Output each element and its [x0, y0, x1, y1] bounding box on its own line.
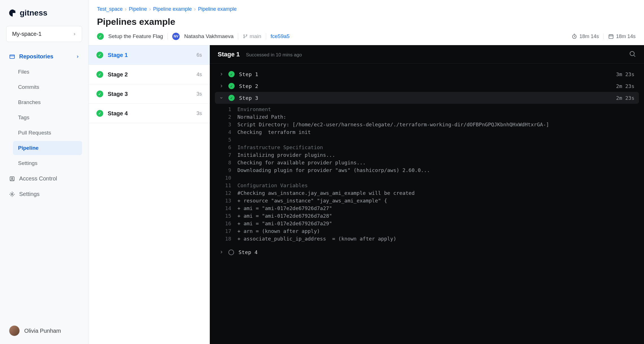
step-row[interactable]: ✓ Step 3 2m 23s — [215, 92, 639, 104]
sidebar-item-files[interactable]: Files — [13, 65, 82, 79]
breadcrumb-item[interactable]: Test_space — [97, 6, 123, 12]
status-success-icon: ✓ — [96, 91, 103, 97]
gear-icon — [9, 191, 15, 197]
svg-point-0 — [14, 10, 15, 12]
log-line: 9Downloading plugin for provider "aws" (… — [215, 166, 639, 174]
status-success-icon: ✓ — [96, 71, 103, 78]
stopwatch-icon — [572, 34, 577, 39]
nav-access-control[interactable]: Access Control — [6, 171, 82, 186]
chevron-right-icon: › — [149, 6, 151, 12]
stage-name: Stage 1 — [108, 52, 128, 58]
status-success-icon: ✓ — [96, 110, 103, 117]
sidebar-item-pipeline[interactable]: Pipeline — [13, 141, 82, 155]
stage-duration: 3s — [197, 111, 202, 116]
chevron-right-icon — [76, 53, 79, 60]
line-text: #Checking aws_instance.jay_aws_ami_examp… — [237, 190, 415, 196]
svg-rect-1 — [10, 55, 15, 58]
sidebar-item-tags[interactable]: Tags — [13, 111, 82, 125]
stage-item[interactable]: ✓ Stage 2 4s — [89, 65, 210, 84]
step-row[interactable]: Step 4 — [215, 246, 639, 258]
svg-point-4 — [11, 193, 13, 195]
user-name: Olivia Punham — [24, 328, 61, 334]
steps-list: ✓ Step 1 3m 23s ✓ Step 2 2m 23s ✓ Step 3… — [210, 64, 644, 344]
nav-label: Repositories — [19, 53, 53, 60]
log-line: 5 — [215, 136, 639, 144]
line-number: 4 — [219, 129, 231, 135]
breadcrumb-item[interactable]: Pipeline — [129, 6, 147, 12]
step-name: Step 3 — [239, 95, 612, 101]
brand-name: gitness — [20, 8, 47, 17]
line-text: Infrastructure Specification — [237, 144, 323, 150]
nav-label: Settings — [19, 191, 39, 197]
line-text: Downloading plugin for provider "aws" (h… — [237, 167, 430, 173]
stage-duration: 6s — [197, 52, 202, 58]
breadcrumb-item[interactable]: Pipeline example — [198, 6, 237, 12]
nav-repositories[interactable]: Repositories — [6, 50, 82, 63]
sidebar: gitness My-space-1 Repositories FilesCom… — [0, 0, 89, 344]
svg-point-10 — [630, 51, 634, 56]
line-text: + arn = (known after apply) — [237, 228, 320, 234]
brand-logo[interactable]: gitness — [6, 8, 82, 17]
stage-item[interactable]: ✓ Stage 3 3s — [89, 84, 210, 104]
chevron-right-icon: › — [194, 6, 196, 12]
step-duration: 2m 23s — [616, 95, 634, 101]
line-text: Checking for available provider plugins.… — [237, 160, 366, 166]
status-success-icon: ✓ — [228, 83, 235, 89]
svg-point-5 — [244, 35, 244, 36]
line-text: + ami = "ami-017e2de67926d7a28" — [237, 213, 332, 219]
svg-point-7 — [244, 37, 244, 38]
status-success-icon: ✓ — [97, 33, 104, 40]
line-number: 9 — [219, 167, 231, 173]
log-line: 10 — [215, 174, 639, 182]
chevron-right-icon — [219, 249, 224, 255]
step-row[interactable]: ✓ Step 1 3m 23s — [215, 68, 639, 80]
stage-item[interactable]: ✓ Stage 1 6s — [89, 45, 210, 65]
space-selector[interactable]: My-space-1 — [6, 26, 82, 42]
page-header: Test_space›Pipeline›Pipeline example›Pip… — [89, 0, 644, 45]
page-title: Pipelines example — [97, 17, 636, 27]
stage-duration: 3s — [197, 91, 202, 97]
line-number: 11 — [219, 182, 231, 188]
author-name: Natasha Vakhmaeva — [184, 33, 233, 39]
line-number: 18 — [219, 236, 231, 242]
chevron-right-icon — [219, 71, 224, 77]
line-text: Environment — [237, 106, 271, 112]
search-icon[interactable] — [629, 50, 636, 58]
status-pending-icon — [228, 250, 234, 255]
line-text: + associate_public_ip_address = (known a… — [237, 236, 396, 242]
commit-hash[interactable]: fce59a5 — [271, 33, 290, 39]
line-text: Normalized Path: — [237, 114, 286, 120]
user-footer[interactable]: Olivia Punham — [6, 323, 82, 338]
log-line: 8Checking for available provider plugins… — [215, 159, 639, 166]
divider — [603, 34, 604, 39]
sidebar-item-branches[interactable]: Branches — [13, 95, 82, 109]
branch[interactable]: main — [243, 33, 261, 39]
breadcrumb-item[interactable]: Pipeline example — [153, 6, 192, 12]
line-number: 6 — [219, 144, 231, 150]
calendar-icon — [608, 34, 614, 39]
nav-settings[interactable]: Settings — [6, 187, 82, 201]
log-line: 13+ resource "aws_instance" "jay_aws_ami… — [215, 197, 639, 204]
user-icon — [9, 176, 15, 182]
repo-icon — [9, 54, 15, 60]
step-name: Step 1 — [239, 71, 612, 77]
divider — [238, 33, 238, 39]
line-number: 1 — [219, 106, 231, 112]
main-nav: Repositories FilesCommitsBranchesTagsPul… — [6, 50, 82, 323]
sidebar-item-commits[interactable]: Commits — [13, 80, 82, 94]
stage-item[interactable]: ✓ Stage 4 3s — [89, 104, 210, 123]
divider — [167, 33, 168, 39]
step-row[interactable]: ✓ Step 2 2m 23s — [215, 80, 639, 92]
breadcrumb: Test_space›Pipeline›Pipeline example›Pip… — [97, 6, 636, 12]
sidebar-item-settings[interactable]: Settings — [13, 156, 82, 170]
log-line: 11Configuration Variables — [215, 182, 639, 189]
sidebar-item-pull-requests[interactable]: Pull Requests — [13, 126, 82, 140]
log-lines: 1Environment2Normalized Path:3Script Dir… — [215, 105, 639, 242]
run-meta: ✓ Setup the Feature Flag NV Natasha Vakh… — [97, 33, 636, 40]
line-number: 7 — [219, 152, 231, 158]
line-number: 10 — [219, 175, 231, 181]
line-text: Initializing provider plugins... — [237, 152, 335, 158]
svg-rect-9 — [609, 35, 613, 38]
line-text: Script Directory: [/home/ec2-user/harnes… — [237, 122, 549, 127]
branch-name: main — [250, 33, 261, 39]
